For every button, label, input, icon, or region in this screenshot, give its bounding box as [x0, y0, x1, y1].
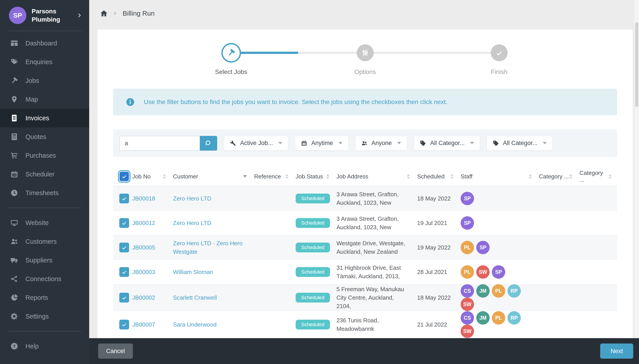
job-number-link[interactable]: JB00018 [132, 195, 155, 202]
column-header-category[interactable]: Category ... [536, 173, 577, 180]
job-row: JB00002Scarlett CranwellScheduled5 Freem… [113, 284, 617, 311]
job-number-link[interactable]: JB00002 [132, 294, 155, 301]
search-button[interactable] [200, 136, 217, 150]
column-header-job-no[interactable]: Job No [130, 173, 170, 180]
sidebar-divider [8, 331, 81, 332]
column-header-scheduled[interactable]: Scheduled [415, 173, 458, 180]
main-area: Billing Run Select JobsOptionsFinish Use… [89, 0, 639, 364]
column-header-job-status[interactable]: Job Status [293, 173, 334, 180]
sidebar-item-customers[interactable]: Customers [0, 232, 89, 251]
row-checkbox[interactable] [119, 194, 129, 204]
wizard-footer: Cancel Next [89, 338, 639, 364]
caret-down-icon [278, 142, 282, 144]
sidebar-item-label: Customers [26, 238, 57, 245]
scheduled-date: 18 May 2022 [415, 194, 458, 203]
filter-dropdown-anytime-1[interactable]: Anytime [295, 136, 349, 150]
staff-avatar: CS [461, 311, 474, 324]
customer-link[interactable]: Zero Hero LTD [173, 220, 211, 226]
share-icon [9, 275, 19, 283]
row-checkbox[interactable] [119, 293, 129, 302]
company-switcher[interactable]: SP Parsons Plumbing [0, 0, 89, 31]
wizard-step-select-jobs[interactable]: Select Jobs [221, 43, 241, 62]
hammer-icon [221, 43, 241, 62]
sidebar-item-timesheets[interactable]: Timesheets [0, 184, 89, 202]
wizard-step-options[interactable]: Options [357, 43, 374, 61]
customer-link[interactable]: Scarlett Cranwell [173, 294, 217, 301]
staff-avatars: CSJMPLRPSW [458, 284, 536, 311]
sidebar-item-quotes[interactable]: Quotes [0, 128, 89, 146]
staff-avatars: SP [458, 192, 536, 205]
sidebar-item-suppliers[interactable]: Suppliers [0, 251, 89, 270]
column-header-customer[interactable]: Customer [170, 173, 251, 180]
sidebar-item-label: Dashboard [26, 40, 57, 47]
sidebar-item-label: Reports [26, 294, 48, 302]
job-number-link[interactable]: JB00003 [132, 269, 155, 275]
company-name: Parsons Plumbing [32, 7, 70, 24]
filter-dropdown-all-categor-4[interactable]: All Categor... [487, 136, 553, 150]
sidebar-item-invoices[interactable]: Invoices [0, 109, 89, 128]
next-button[interactable]: Next [600, 344, 633, 359]
sidebar-item-enquiries[interactable]: Enquiries [0, 52, 89, 71]
row-checkbox[interactable] [119, 242, 129, 252]
filter-dropdown-label: Active Job... [240, 140, 273, 146]
job-number-link[interactable]: JB00007 [132, 321, 155, 328]
sidebar-item-scheduler[interactable]: Scheduler [0, 165, 89, 184]
customer-link[interactable]: Sara Underwood [173, 321, 216, 328]
filter-bar: Active Job...AnytimeAnyoneAll Categor...… [113, 130, 617, 157]
wizard-stepper: Select JobsOptionsFinish [113, 43, 617, 76]
staff-avatars: CSJMPLRPSW [458, 311, 536, 338]
sidebar-item-purchases[interactable]: Purchases [0, 146, 89, 165]
row-checkbox[interactable] [119, 267, 129, 277]
job-status-badge: Scheduled [296, 320, 330, 330]
sidebar-item-settings[interactable]: Settings [0, 307, 89, 326]
sidebar-divider [8, 208, 81, 208]
sidebar-item-jobs[interactable]: Jobs [0, 71, 89, 90]
tags-icon [9, 58, 19, 66]
column-header-staff[interactable]: Staff [458, 173, 536, 180]
sidebar-item-dashboard[interactable]: Dashboard [0, 34, 89, 52]
staff-avatar: SP [461, 216, 474, 230]
breadcrumb-chevron-icon [113, 11, 118, 16]
select-all-checkbox[interactable] [119, 171, 130, 182]
sidebar-item-reports[interactable]: Reports [0, 288, 89, 307]
staff-avatar: PL [492, 284, 505, 298]
vertical-scrollbar[interactable] [634, 0, 639, 338]
wizard-step-label: Finish [491, 68, 507, 76]
job-number-link[interactable]: JB00005 [132, 244, 155, 251]
job-row: JB00003William SlomanScheduled31 Highbro… [113, 260, 617, 284]
row-checkbox[interactable] [119, 218, 129, 228]
column-header-category[interactable]: Category ... [577, 170, 616, 183]
search-input[interactable] [119, 136, 200, 150]
filter-dropdown-anyone-2[interactable]: Anyone [355, 136, 407, 150]
staff-avatar: RP [507, 284, 521, 298]
sidebar-item-label: Suppliers [26, 257, 52, 264]
company-avatar: SP [9, 7, 26, 24]
sliders-icon [357, 44, 374, 61]
column-header-reference[interactable]: Reference [251, 173, 293, 180]
info-icon [126, 97, 135, 107]
sort-icon [285, 174, 288, 179]
job-row: JB00005Zero Hero LTD - Zero Hero Westgat… [113, 235, 617, 260]
pie-chart-icon [9, 294, 19, 302]
customer-link[interactable]: Zero Hero LTD [173, 195, 211, 202]
staff-avatar: SW [461, 324, 474, 338]
sidebar-item-map[interactable]: Map [0, 90, 89, 109]
job-address: 3 Arawa Street, Grafton, Auckland, 1023,… [334, 190, 415, 207]
sidebar-item-website[interactable]: Website [0, 214, 89, 232]
home-icon[interactable] [100, 9, 108, 18]
row-checkbox[interactable] [119, 320, 129, 330]
cancel-button[interactable]: Cancel [98, 344, 133, 359]
customer-link[interactable]: Zero Hero LTD - Zero Hero Westgate [173, 240, 243, 255]
customer-link[interactable]: William Sloman [173, 269, 213, 275]
column-header-job-address[interactable]: Job Address [334, 173, 415, 180]
job-number-link[interactable]: JB00012 [132, 220, 155, 226]
monitor-icon [9, 219, 19, 227]
sidebar-item-connections[interactable]: Connections [0, 270, 89, 288]
staff-avatar: SP [461, 192, 474, 205]
sidebar-item-help[interactable]: ?Help [0, 337, 89, 356]
filter-dropdown-active-job-0[interactable]: Active Job... [224, 136, 288, 150]
filter-dropdown-all-categor-3[interactable]: All Categor... [414, 136, 480, 150]
wizard-step-finish[interactable]: Finish [491, 43, 508, 61]
caret-down-icon [470, 142, 474, 144]
scrollbar-thumb[interactable] [635, 22, 638, 107]
